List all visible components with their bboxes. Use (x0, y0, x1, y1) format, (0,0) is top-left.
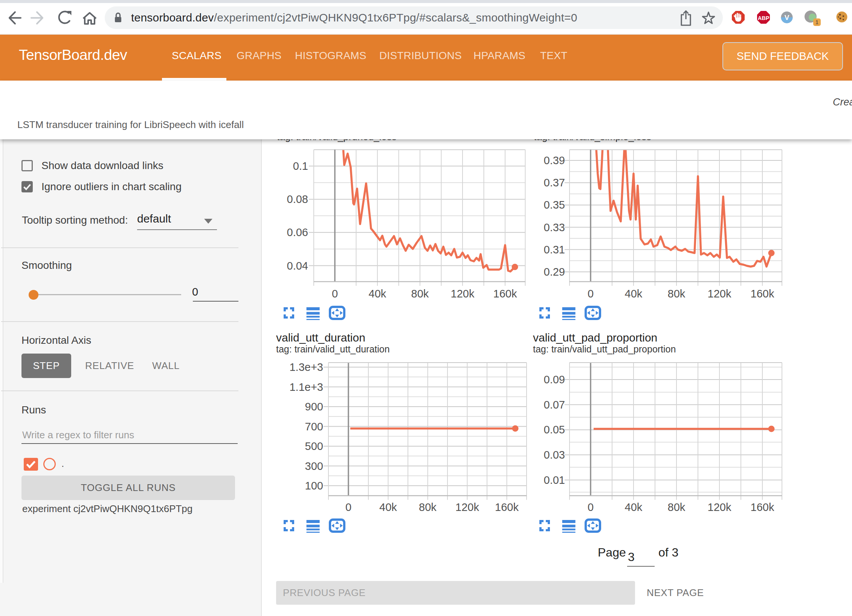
svg-text:0.07: 0.07 (544, 399, 565, 411)
svg-text:120k: 120k (451, 288, 475, 300)
svg-text:0.01: 0.01 (544, 474, 565, 486)
svg-text:1.1e+3: 1.1e+3 (289, 381, 323, 393)
svg-text:V: V (785, 14, 789, 21)
svg-text:0: 0 (345, 501, 351, 513)
svg-text:0.31: 0.31 (544, 244, 565, 256)
svg-text:0.09: 0.09 (544, 374, 565, 386)
svg-text:120k: 120k (455, 501, 479, 513)
svg-text:160k: 160k (751, 501, 774, 513)
svg-text:0.29: 0.29 (544, 266, 565, 278)
svg-text:40k: 40k (369, 288, 386, 300)
svg-text:1.3e+3: 1.3e+3 (289, 361, 323, 373)
svg-text:900: 900 (305, 401, 323, 413)
svg-text:0: 0 (588, 288, 594, 300)
svg-text:120k: 120k (708, 288, 731, 300)
svg-text:80k: 80k (668, 501, 686, 513)
svg-text:40k: 40k (625, 288, 643, 300)
svg-text:0.08: 0.08 (287, 193, 308, 205)
svg-text:0.1: 0.1 (293, 160, 308, 172)
svg-text:80k: 80k (411, 288, 429, 300)
svg-text:300: 300 (305, 460, 323, 472)
svg-text:0: 0 (588, 501, 594, 513)
svg-text:0.05: 0.05 (544, 424, 565, 436)
svg-text:80k: 80k (668, 288, 686, 300)
svg-text:0.04: 0.04 (287, 260, 308, 272)
svg-text:40k: 40k (625, 501, 643, 513)
svg-text:ABP: ABP (758, 15, 770, 21)
svg-text:500: 500 (305, 440, 323, 452)
svg-text:1: 1 (815, 19, 818, 25)
svg-text:40k: 40k (379, 501, 397, 513)
svg-text:0.06: 0.06 (287, 226, 308, 238)
svg-text:120k: 120k (708, 501, 731, 513)
svg-text:0.35: 0.35 (544, 199, 565, 211)
svg-text:0.33: 0.33 (544, 221, 565, 233)
svg-text:0.39: 0.39 (544, 154, 565, 166)
svg-text:160k: 160k (493, 288, 517, 300)
svg-text:0: 0 (332, 288, 338, 300)
svg-text:0.03: 0.03 (544, 449, 565, 461)
svg-text:0.37: 0.37 (544, 177, 565, 189)
svg-text:160k: 160k (495, 501, 519, 513)
svg-text:160k: 160k (751, 288, 774, 300)
svg-text:80k: 80k (419, 501, 437, 513)
svg-text:700: 700 (305, 421, 323, 433)
svg-text:100: 100 (305, 480, 323, 492)
